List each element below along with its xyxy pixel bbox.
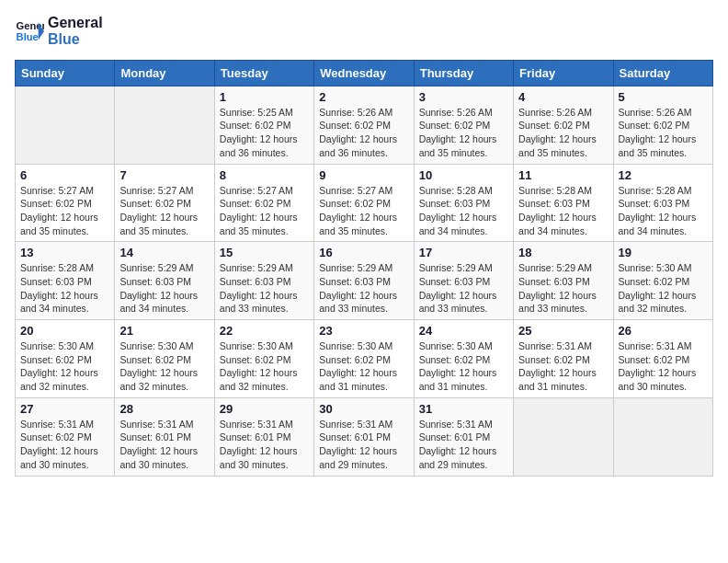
calendar-cell: 22Sunrise: 5:30 AM Sunset: 6:02 PM Dayli… [214, 320, 313, 398]
calendar-cell: 11Sunrise: 5:28 AM Sunset: 6:03 PM Dayli… [514, 164, 613, 242]
calendar-table: SundayMondayTuesdayWednesdayThursdayFrid… [15, 60, 713, 477]
day-info: Sunrise: 5:30 AM Sunset: 6:02 PM Dayligh… [119, 339, 209, 394]
calendar-cell: 27Sunrise: 5:31 AM Sunset: 6:02 PM Dayli… [16, 397, 115, 476]
day-number: 7 [119, 168, 209, 182]
day-number: 30 [319, 402, 408, 416]
calendar-week-3: 13Sunrise: 5:28 AM Sunset: 6:03 PM Dayli… [16, 242, 713, 320]
day-number: 8 [220, 168, 309, 182]
calendar-cell: 10Sunrise: 5:28 AM Sunset: 6:03 PM Dayli… [414, 164, 513, 242]
day-number: 6 [20, 168, 109, 182]
day-number: 2 [319, 90, 408, 104]
day-number: 11 [518, 168, 608, 182]
day-number: 19 [619, 246, 708, 259]
day-number: 3 [419, 90, 508, 104]
page-header: General Blue General Blue [15, 15, 713, 49]
weekday-header-saturday: Saturday [613, 60, 712, 86]
day-number: 25 [518, 324, 608, 338]
calendar-cell: 26Sunrise: 5:31 AM Sunset: 6:02 PM Dayli… [613, 320, 712, 398]
calendar-cell: 24Sunrise: 5:30 AM Sunset: 6:02 PM Dayli… [414, 320, 513, 398]
calendar-cell: 2Sunrise: 5:26 AM Sunset: 6:02 PM Daylig… [314, 86, 414, 164]
day-info: Sunrise: 5:30 AM Sunset: 6:02 PM Dayligh… [319, 339, 408, 394]
calendar-cell: 4Sunrise: 5:26 AM Sunset: 6:02 PM Daylig… [514, 86, 613, 164]
day-info: Sunrise: 5:27 AM Sunset: 6:02 PM Dayligh… [119, 184, 209, 238]
day-number: 26 [619, 324, 708, 338]
day-info: Sunrise: 5:26 AM Sunset: 6:02 PM Dayligh… [518, 106, 608, 160]
weekday-header-thursday: Thursday [414, 60, 513, 86]
calendar-cell: 16Sunrise: 5:29 AM Sunset: 6:03 PM Dayli… [314, 242, 414, 320]
calendar-cell: 30Sunrise: 5:31 AM Sunset: 6:01 PM Dayli… [314, 397, 414, 476]
day-info: Sunrise: 5:26 AM Sunset: 6:02 PM Dayligh… [419, 106, 508, 160]
day-number: 20 [20, 324, 109, 338]
day-info: Sunrise: 5:30 AM Sunset: 6:02 PM Dayligh… [619, 261, 708, 316]
calendar-cell: 9Sunrise: 5:27 AM Sunset: 6:02 PM Daylig… [314, 164, 414, 242]
weekday-header-friday: Friday [514, 60, 613, 86]
day-info: Sunrise: 5:31 AM Sunset: 6:01 PM Dayligh… [119, 418, 209, 472]
calendar-header-row: SundayMondayTuesdayWednesdayThursdayFrid… [16, 60, 713, 86]
svg-text:Blue: Blue [17, 31, 39, 42]
calendar-cell [16, 86, 115, 164]
calendar-cell: 7Sunrise: 5:27 AM Sunset: 6:02 PM Daylig… [115, 164, 214, 242]
calendar-week-4: 20Sunrise: 5:30 AM Sunset: 6:02 PM Dayli… [16, 320, 713, 398]
day-number: 27 [20, 402, 109, 416]
calendar-cell: 13Sunrise: 5:28 AM Sunset: 6:03 PM Dayli… [16, 242, 115, 320]
day-info: Sunrise: 5:28 AM Sunset: 6:03 PM Dayligh… [518, 184, 608, 238]
calendar-cell: 14Sunrise: 5:29 AM Sunset: 6:03 PM Dayli… [115, 242, 214, 320]
weekday-header-wednesday: Wednesday [314, 60, 414, 86]
calendar-cell [115, 86, 214, 164]
calendar-cell: 5Sunrise: 5:26 AM Sunset: 6:02 PM Daylig… [613, 86, 712, 164]
day-info: Sunrise: 5:31 AM Sunset: 6:01 PM Dayligh… [220, 418, 309, 472]
day-info: Sunrise: 5:31 AM Sunset: 6:02 PM Dayligh… [518, 339, 608, 394]
calendar-cell: 18Sunrise: 5:29 AM Sunset: 6:03 PM Dayli… [514, 242, 613, 320]
calendar-cell: 31Sunrise: 5:31 AM Sunset: 6:01 PM Dayli… [414, 397, 513, 476]
day-number: 21 [119, 324, 209, 338]
day-info: Sunrise: 5:29 AM Sunset: 6:03 PM Dayligh… [319, 261, 408, 316]
day-info: Sunrise: 5:30 AM Sunset: 6:02 PM Dayligh… [220, 339, 309, 394]
calendar-cell: 8Sunrise: 5:27 AM Sunset: 6:02 PM Daylig… [214, 164, 313, 242]
day-number: 9 [319, 168, 408, 182]
calendar-cell [514, 397, 613, 476]
day-number: 13 [20, 246, 109, 259]
calendar-cell: 29Sunrise: 5:31 AM Sunset: 6:01 PM Dayli… [214, 397, 313, 476]
logo-blue: Blue [48, 31, 103, 48]
day-number: 24 [419, 324, 508, 338]
day-info: Sunrise: 5:31 AM Sunset: 6:02 PM Dayligh… [619, 339, 708, 394]
day-number: 4 [518, 90, 608, 104]
day-info: Sunrise: 5:30 AM Sunset: 6:02 PM Dayligh… [20, 339, 109, 394]
day-number: 31 [419, 402, 508, 416]
day-number: 14 [119, 246, 209, 259]
calendar-week-2: 6Sunrise: 5:27 AM Sunset: 6:02 PM Daylig… [16, 164, 713, 242]
day-number: 5 [619, 90, 708, 104]
day-info: Sunrise: 5:27 AM Sunset: 6:02 PM Dayligh… [20, 184, 109, 238]
calendar-cell: 12Sunrise: 5:28 AM Sunset: 6:03 PM Dayli… [613, 164, 712, 242]
day-number: 29 [220, 402, 309, 416]
logo-icon: General Blue [15, 17, 44, 46]
day-number: 23 [319, 324, 408, 338]
logo: General Blue General Blue [15, 15, 103, 49]
day-info: Sunrise: 5:25 AM Sunset: 6:02 PM Dayligh… [220, 106, 309, 160]
calendar-cell: 23Sunrise: 5:30 AM Sunset: 6:02 PM Dayli… [314, 320, 414, 398]
day-info: Sunrise: 5:26 AM Sunset: 6:02 PM Dayligh… [319, 106, 408, 160]
calendar-cell: 21Sunrise: 5:30 AM Sunset: 6:02 PM Dayli… [115, 320, 214, 398]
day-number: 10 [419, 168, 508, 182]
calendar-cell: 3Sunrise: 5:26 AM Sunset: 6:02 PM Daylig… [414, 86, 513, 164]
logo-general: General [48, 15, 103, 31]
calendar-cell: 6Sunrise: 5:27 AM Sunset: 6:02 PM Daylig… [16, 164, 115, 242]
calendar-week-5: 27Sunrise: 5:31 AM Sunset: 6:02 PM Dayli… [16, 397, 713, 476]
calendar-cell: 20Sunrise: 5:30 AM Sunset: 6:02 PM Dayli… [16, 320, 115, 398]
calendar-cell: 17Sunrise: 5:29 AM Sunset: 6:03 PM Dayli… [414, 242, 513, 320]
day-info: Sunrise: 5:31 AM Sunset: 6:01 PM Dayligh… [319, 418, 408, 472]
weekday-header-monday: Monday [115, 60, 214, 86]
day-info: Sunrise: 5:26 AM Sunset: 6:02 PM Dayligh… [619, 106, 708, 160]
calendar-cell: 15Sunrise: 5:29 AM Sunset: 6:03 PM Dayli… [214, 242, 313, 320]
day-info: Sunrise: 5:29 AM Sunset: 6:03 PM Dayligh… [518, 261, 608, 316]
day-info: Sunrise: 5:28 AM Sunset: 6:03 PM Dayligh… [20, 261, 109, 316]
day-info: Sunrise: 5:29 AM Sunset: 6:03 PM Dayligh… [119, 261, 209, 316]
day-info: Sunrise: 5:29 AM Sunset: 6:03 PM Dayligh… [220, 261, 309, 316]
day-number: 15 [220, 246, 309, 259]
calendar-week-1: 1Sunrise: 5:25 AM Sunset: 6:02 PM Daylig… [16, 86, 713, 164]
day-info: Sunrise: 5:31 AM Sunset: 6:02 PM Dayligh… [20, 418, 109, 472]
day-info: Sunrise: 5:28 AM Sunset: 6:03 PM Dayligh… [619, 184, 708, 238]
calendar-cell [613, 397, 712, 476]
day-info: Sunrise: 5:27 AM Sunset: 6:02 PM Dayligh… [220, 184, 309, 238]
weekday-header-tuesday: Tuesday [214, 60, 313, 86]
